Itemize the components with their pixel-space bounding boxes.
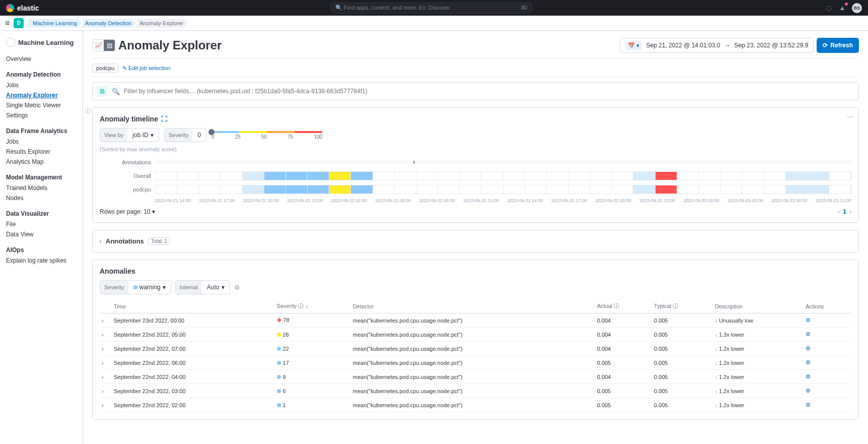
col-severity[interactable]: Severity ⓘ ↓	[275, 299, 351, 313]
sidebar-anomaly-explorer[interactable]: Anomaly Explorer	[6, 90, 77, 100]
swimlane-cell[interactable]	[286, 185, 308, 194]
swimlane-cell[interactable]	[264, 172, 286, 180]
col-description[interactable]: Description	[713, 299, 804, 313]
page-current[interactable]: 1	[843, 208, 846, 215]
viewby-select[interactable]: View by job ID ▾	[100, 128, 159, 142]
swimlane-cell[interactable]	[351, 185, 373, 194]
edit-job-selection-link[interactable]: ✎ Edit job selection	[122, 65, 170, 72]
influencer-filter-bar[interactable]: ⊞ 🔍	[92, 82, 859, 100]
nav-toggle-icon[interactable]: ≡	[5, 19, 10, 28]
sidebar-results-explorer[interactable]: Results Explorer	[6, 147, 77, 157]
swimlane-cell[interactable]	[742, 172, 764, 180]
expand-row-icon[interactable]: ›	[100, 342, 112, 356]
swimlane-cell[interactable]	[808, 185, 829, 194]
row-actions-icon[interactable]: ⚙	[804, 356, 851, 370]
swimlane-cell[interactable]	[829, 185, 851, 194]
info-icon[interactable]: ⓘ	[85, 107, 91, 115]
time-range-picker[interactable]: 📅 ▾ Sep 21, 2022 @ 14:01:03.0 → Sep 23, …	[620, 38, 814, 53]
expand-row-icon[interactable]: ›	[100, 370, 112, 384]
swimlane-cell[interactable]	[786, 185, 808, 194]
swimlane-cell[interactable]	[612, 172, 633, 180]
swimlane-cell[interactable]	[503, 172, 525, 180]
swimlane-cell[interactable]	[720, 185, 742, 194]
swimlane-cell[interactable]	[547, 185, 568, 194]
swimlane-cell[interactable]	[633, 172, 655, 180]
row-actions-icon[interactable]: ⚙	[804, 313, 851, 328]
swimlane-cell[interactable]	[329, 185, 351, 194]
swimlane-cell[interactable]	[590, 172, 612, 180]
swimlane-cell[interactable]	[221, 172, 242, 180]
row-actions-icon[interactable]: ⚙	[804, 398, 851, 412]
sidebar-smv[interactable]: Single Metric Viewer	[6, 100, 77, 110]
swimlane-cell[interactable]	[243, 172, 264, 180]
brand-logo[interactable]: elastic	[6, 4, 39, 12]
rows-per-page[interactable]: Rows per page: 10 ▾	[100, 208, 155, 215]
newsfeed-icon[interactable]: ▲	[838, 4, 847, 13]
swimlane-cell[interactable]	[460, 172, 481, 180]
swimlane-cell[interactable]	[764, 172, 785, 180]
job-badge[interactable]: podcpu	[92, 64, 118, 73]
sidebar-analytics-map[interactable]: Analytics Map	[6, 157, 77, 167]
anomalies-interval-select[interactable]: Interval Auto ▾	[175, 280, 230, 294]
swimlane-cell[interactable]	[286, 172, 308, 180]
settings-icon[interactable]: ⚙	[234, 284, 240, 291]
space-selector[interactable]: D	[14, 18, 24, 28]
swimlane-cell[interactable]	[525, 185, 547, 194]
refresh-button[interactable]: ⟳ Refresh	[817, 38, 859, 53]
swimlane-cell[interactable]	[677, 185, 699, 194]
col-typical[interactable]: Typical ⓘ	[652, 299, 713, 313]
swimlane-cell[interactable]	[547, 172, 568, 180]
swimlane-cell[interactable]	[677, 172, 699, 180]
swimlane-cell[interactable]	[633, 185, 655, 194]
col-detector[interactable]: Detector	[351, 299, 595, 313]
severity-threshold[interactable]: Severity 0	[164, 128, 206, 142]
page-next-icon[interactable]: ›	[849, 208, 851, 215]
swimlane-cell[interactable]	[720, 172, 742, 180]
swimlane-cell[interactable]	[568, 172, 590, 180]
sidebar-nodes[interactable]: Nodes	[6, 193, 77, 203]
swimlane-cell[interactable]	[656, 185, 677, 194]
sidebar-dfa-jobs[interactable]: Jobs	[6, 137, 77, 147]
swimlane-cell[interactable]	[829, 172, 851, 180]
swimlane-cell[interactable]	[177, 185, 199, 194]
swimlane-view-icon[interactable]: ▤	[104, 40, 115, 51]
fullscreen-icon[interactable]: ⛶	[161, 115, 167, 122]
swimlane-cell[interactable]	[156, 172, 177, 180]
swimlane-cell[interactable]	[590, 185, 612, 194]
swimlane-cell[interactable]	[764, 185, 785, 194]
swimlane-cell[interactable]	[156, 185, 177, 194]
row-actions-icon[interactable]: ⚙	[804, 384, 851, 398]
single-metric-view-icon[interactable]: 📈	[93, 40, 104, 51]
expand-row-icon[interactable]: ›	[100, 313, 112, 328]
swimlane-cell[interactable]	[373, 185, 395, 194]
swimlane-cell[interactable]	[395, 185, 416, 194]
sidebar-trained-models[interactable]: Trained Models	[6, 183, 77, 193]
slider-thumb[interactable]	[208, 129, 214, 135]
swimlane-cell[interactable]	[438, 185, 460, 194]
swimlane-cell[interactable]	[481, 172, 503, 180]
annotations-panel[interactable]: › Annotations Total: 1	[92, 230, 859, 252]
swimlane-cell[interactable]	[416, 172, 438, 180]
sidebar-settings[interactable]: Settings	[6, 110, 77, 120]
filter-input[interactable]	[124, 88, 854, 95]
swimlane-cell[interactable]	[308, 185, 329, 194]
swimlane-cell[interactable]	[699, 185, 720, 194]
swimlane-cell[interactable]	[481, 185, 503, 194]
swimlane-cell[interactable]	[308, 172, 329, 180]
expand-row-icon[interactable]: ›	[100, 356, 112, 370]
swimlane-cell[interactable]	[525, 172, 547, 180]
filter-toggle-icon[interactable]: ⊞	[97, 86, 108, 97]
breadcrumb-ad[interactable]: Anomaly Detection	[80, 19, 136, 28]
panel-menu-icon[interactable]: ⋯	[847, 113, 853, 120]
sidebar-file[interactable]: File	[6, 219, 77, 229]
swimlane-cell[interactable]	[808, 172, 829, 180]
swimlane-cell[interactable]	[177, 172, 199, 180]
swimlane-cell[interactable]	[503, 185, 525, 194]
swimlane-cell[interactable]	[656, 172, 677, 180]
col-actual[interactable]: Actual ⓘ	[595, 299, 652, 313]
overall-swimlane[interactable]	[155, 171, 851, 180]
swimlane-cell[interactable]	[199, 172, 221, 180]
swimlane-cell[interactable]	[786, 172, 808, 180]
sidebar-ad-jobs[interactable]: Jobs	[6, 80, 77, 90]
sidebar-data-view[interactable]: Data View	[6, 229, 77, 239]
